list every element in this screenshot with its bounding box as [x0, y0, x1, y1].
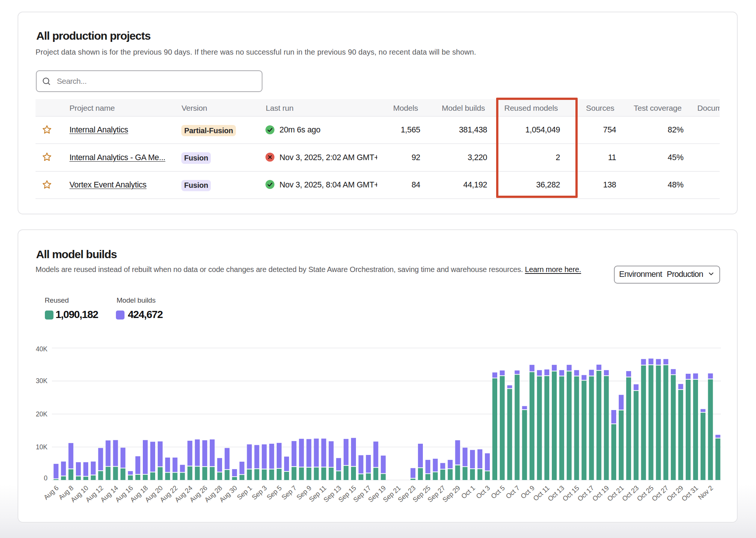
svg-text:Sep 5: Sep 5 — [265, 484, 283, 501]
svg-text:Nov 2: Nov 2 — [697, 484, 714, 501]
svg-text:Sep 1: Sep 1 — [236, 484, 253, 501]
svg-text:10K: 10K — [36, 443, 47, 451]
svg-text:Oct 1: Oct 1 — [460, 484, 477, 500]
svg-text:30K: 30K — [36, 377, 47, 385]
svg-text:Oct 19: Oct 19 — [591, 484, 610, 503]
svg-text:Sep 7: Sep 7 — [280, 484, 298, 501]
svg-text:Oct 23: Oct 23 — [621, 484, 640, 503]
svg-text:Oct 25: Oct 25 — [636, 484, 655, 503]
svg-text:Oct 27: Oct 27 — [651, 484, 670, 503]
svg-text:Oct 13: Oct 13 — [546, 484, 566, 503]
svg-text:Oct 11: Oct 11 — [532, 484, 551, 502]
svg-text:Oct 3: Oct 3 — [475, 484, 492, 500]
svg-text:Oct 31: Oct 31 — [680, 484, 700, 503]
svg-text:Oct 17: Oct 17 — [576, 484, 596, 503]
svg-text:Oct 7: Oct 7 — [504, 484, 521, 500]
svg-text:0: 0 — [44, 474, 47, 482]
svg-text:Oct 29: Oct 29 — [665, 484, 685, 503]
svg-text:Oct 21: Oct 21 — [606, 484, 625, 503]
svg-text:Aug 6: Aug 6 — [42, 484, 60, 501]
svg-text:Oct 5: Oct 5 — [489, 484, 506, 500]
svg-text:20K: 20K — [36, 410, 47, 418]
svg-text:Sep 3: Sep 3 — [251, 484, 268, 501]
svg-text:40K: 40K — [36, 345, 47, 353]
svg-text:Oct 15: Oct 15 — [561, 484, 581, 503]
